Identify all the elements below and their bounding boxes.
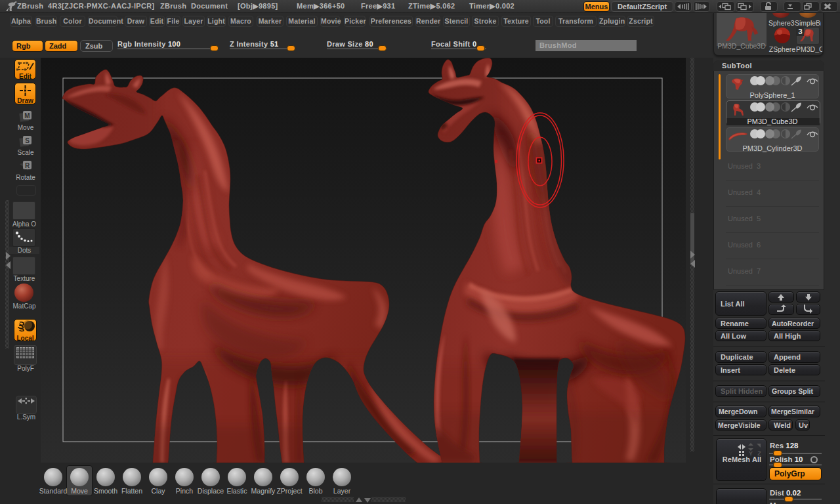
svg-text:M: M xyxy=(24,112,30,119)
svg-text:R: R xyxy=(25,162,30,169)
svg-text:S: S xyxy=(25,137,30,144)
